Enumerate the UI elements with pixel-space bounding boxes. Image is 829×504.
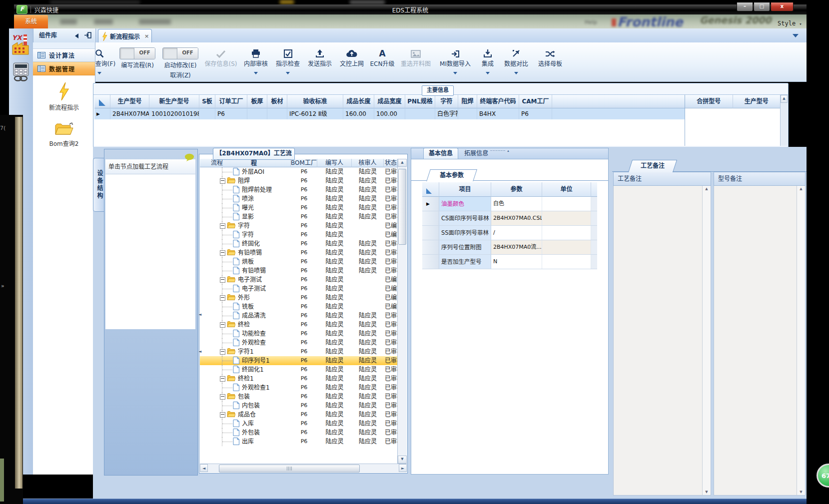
sidebar-item-data-management[interactable]: 数据管理 — [33, 62, 95, 75]
column-header[interactable]: PNL规格 — [405, 95, 435, 108]
tree-row-出库[interactable]: 出库P6陆应灵陆应灵已审核 — [200, 437, 398, 446]
tree-row-终检1[interactable]: 终检1P6陆应灵陆应灵已审核 — [200, 374, 398, 383]
column-header[interactable]: 验收标准 — [287, 95, 343, 108]
tree-row-阻焊[interactable]: 阻焊P6陆应灵陆应灵已审核 — [200, 176, 398, 185]
tree-horizontal-scrollbar[interactable]: ◄ ► — [200, 464, 407, 473]
equipment-hint[interactable]: 单击节点加载工艺流程 — [105, 159, 195, 174]
toggle-switch[interactable]: OFF — [162, 47, 198, 59]
factory-yx-icon[interactable]: YX — [11, 33, 30, 56]
param-row-油墨颜色[interactable]: ▶油墨颜色白色 — [422, 197, 597, 211]
tree-row-包装[interactable]: 包装P6陆应灵陆应灵已审核 — [200, 392, 398, 401]
sidebar-item-design-algorithm[interactable]: 设计算法 — [33, 49, 95, 62]
cell-param[interactable]: 2B4HX07MA0流... — [491, 240, 542, 254]
pin-panel-icon[interactable] — [84, 32, 91, 38]
tree-row-外观检查1[interactable]: 外观检查1P6陆应灵陆应灵已审核 — [200, 383, 398, 392]
cell-param[interactable]: / — [491, 226, 542, 240]
tree-row-终固化1[interactable]: 终固化1P6陆应灵陆应灵已审核 — [200, 365, 398, 374]
splitter-collapse-icon[interactable]: ◄ — [198, 349, 201, 354]
equipment-tree-area[interactable] — [105, 174, 195, 329]
toolbar-data-compare-button[interactable]: 数据对比 — [500, 45, 533, 74]
toolbar-sub-label[interactable]: 取消(Z) — [170, 70, 191, 79]
chevron-down-icon[interactable] — [97, 72, 101, 74]
chevron-down-icon[interactable] — [453, 72, 457, 74]
scroll-down-icon[interactable]: ▼ — [798, 490, 804, 494]
process-remarks-textarea[interactable]: ▲ ▼ — [613, 186, 711, 496]
tree-row-铣板[interactable]: 铣板P6陆应灵已编写 — [200, 302, 398, 311]
tab-basic-parameters[interactable]: 基本参数 — [426, 169, 477, 181]
scroll-right-icon[interactable]: ► — [399, 464, 407, 472]
tree-expander-icon[interactable] — [220, 223, 225, 229]
column-header[interactable]: 终端客户代码 — [477, 95, 519, 108]
tree-row-字符1[interactable]: 字符1P6陆应灵陆应灵已审核 — [200, 347, 398, 356]
cell-unit[interactable] — [542, 226, 591, 240]
toolbar-doc-upload-button[interactable]: 文控上网 — [336, 45, 368, 67]
toggle-switch[interactable]: OFF — [119, 47, 155, 59]
tree-row-喷涂[interactable]: 喷涂P6陆应灵陆应灵已审核 — [200, 194, 398, 203]
drag-grip-icon[interactable]: ▴ ┈┈┈┈┈┈ ▴ — [486, 149, 510, 153]
minimize-button[interactable]: – — [737, 2, 753, 11]
toolbar-integrate-button[interactable]: 集成 — [476, 45, 500, 74]
table-row-selected[interactable]: ▶2B4HX07MA010010200101988P6IPC-6012 Ⅱ级16… — [94, 108, 685, 119]
maximize-button[interactable]: □ — [754, 2, 770, 11]
tree-row-外形[interactable]: 外形P6陆应灵已编写 — [200, 293, 398, 302]
scrollbar-thumb[interactable] — [219, 465, 360, 473]
column-header[interactable]: 板厚 — [247, 95, 267, 108]
toolbar-select-motherboard-button[interactable]: 选择母板 — [533, 45, 568, 67]
cell-param[interactable]: 2B4HX07MA0.CSLSH — [491, 211, 542, 225]
tree-row-电子测试[interactable]: 电子测试P6陆应灵已编写 — [200, 275, 398, 284]
column-header-bom[interactable]: BOM工厂 — [291, 159, 317, 167]
cell-unit[interactable] — [542, 197, 591, 211]
tool-bom-query[interactable]: Bom查询2 — [33, 121, 95, 147]
chevron-down-icon[interactable] — [514, 72, 518, 74]
model-remarks-textarea[interactable]: ▲ ▼ — [714, 186, 806, 496]
chevron-down-icon[interactable] — [254, 72, 258, 74]
tree-expander-icon[interactable] — [220, 322, 225, 328]
tree-row-成品仓[interactable]: 成品仓P6陆应灵陆应灵已审核 — [200, 410, 398, 419]
tab-process-remarks[interactable]: 工艺备注 — [628, 160, 677, 172]
toolbar-internal-audit-button[interactable]: 内部审核 — [240, 45, 272, 74]
tree-row-外包装[interactable]: 外包装P6陆应灵陆应灵已审核 — [200, 428, 398, 437]
menu-system[interactable]: 系统 — [14, 15, 48, 28]
tree-row-印序列号1[interactable]: 印序列号1P6陆应灵陆应灵已审核 — [200, 356, 398, 365]
column-header-item[interactable]: 项目 — [439, 182, 491, 197]
scroll-up-icon[interactable]: ▲ — [781, 95, 788, 103]
column-header-writer[interactable]: 编写人 — [317, 159, 352, 167]
tree-row-显影[interactable]: 显影P6陆应灵陆应灵已审核 — [200, 212, 398, 221]
cell-param[interactable]: N — [491, 255, 542, 269]
param-row-是否加生产型号[interactable]: 是否加生产型号N — [422, 255, 597, 269]
tree-row-终检[interactable]: 终检P6陆应灵陆应灵已审核 — [200, 320, 398, 329]
column-header[interactable]: 订单工厂 — [215, 95, 247, 108]
toolbar-instruction-check-button[interactable]: 指示检查 — [272, 45, 304, 74]
column-header[interactable]: 成品长度 — [343, 95, 374, 108]
tree-row-成品清洗[interactable]: 成品清洗P6陆应灵陆应灵已审核 — [200, 311, 398, 320]
main-info-scrollbar[interactable]: ▲ — [780, 95, 788, 146]
scroll-left-icon[interactable]: ◄ — [200, 464, 208, 472]
tree-row-字符[interactable]: 字符P6陆应灵已编写 — [200, 230, 398, 239]
tree-row-字符[interactable]: 字符P6陆应灵已编写 — [200, 221, 398, 230]
close-tab-icon[interactable]: × — [144, 33, 149, 39]
cell-param[interactable]: 白色 — [491, 197, 542, 211]
style-dropdown[interactable]: Style ▾ — [778, 20, 802, 27]
column-header[interactable]: 新生产型号 — [149, 95, 199, 108]
scroll-down-icon[interactable]: ▼ — [398, 456, 407, 464]
tree-expander-icon[interactable] — [220, 295, 225, 301]
tree-row-内包装[interactable]: 内包装P6陆应灵陆应灵已审核 — [200, 401, 398, 410]
tree-row-外层AOI[interactable]: 外层AOIP6陆应灵陆应灵已审核 — [200, 167, 398, 176]
tree-row-外观检查[interactable]: 外观检查P6陆应灵陆应灵已审核 — [200, 338, 398, 347]
column-header[interactable]: 字符 — [435, 95, 458, 108]
tree-row-烘板[interactable]: 烘板P6陆应灵陆应灵已审核 — [200, 257, 398, 266]
tool-new-flow-instruction[interactable]: 新流程指示 — [33, 82, 95, 111]
toolbar-mi-import-button[interactable]: MI数据导入 — [435, 45, 476, 74]
tree-vertical-scrollbar[interactable]: ▲ ▼ — [397, 159, 407, 464]
chevron-down-icon[interactable] — [486, 72, 490, 74]
tree-expander-icon[interactable] — [220, 376, 225, 382]
tree-expander-icon[interactable] — [220, 178, 225, 184]
column-header-param[interactable]: 参数 — [491, 182, 542, 197]
tree-row-功能检查[interactable]: 功能检查P6陆应灵陆应灵已审核 — [200, 329, 398, 338]
column-header-status[interactable]: 状态 — [384, 159, 398, 167]
tabstrip-overflow-icon[interactable] — [793, 34, 799, 37]
toolbar-start-modify-toggle[interactable]: OFF启动修改(E)取消(Z) — [159, 45, 202, 79]
tree-row-电子测试[interactable]: 电子测试P6陆应灵已编写 — [200, 284, 398, 293]
column-header[interactable]: S板 — [199, 95, 215, 108]
param-row-序列号位置附图[interactable]: 序列号位置附图2B4HX07MA0流... — [422, 240, 597, 255]
